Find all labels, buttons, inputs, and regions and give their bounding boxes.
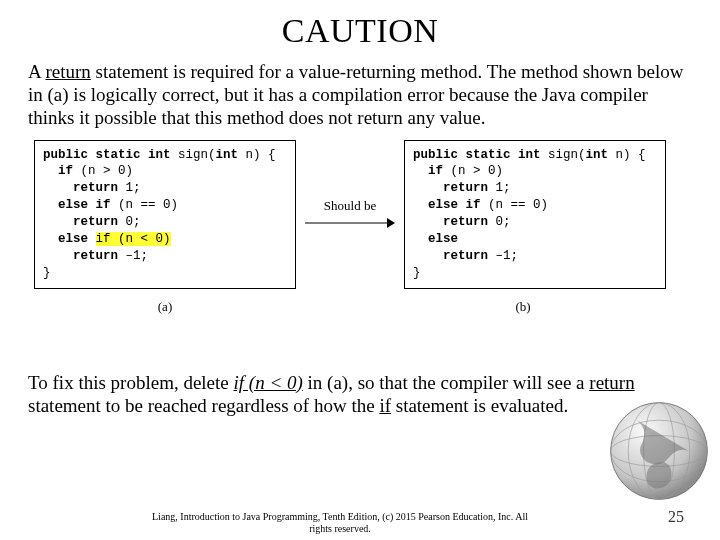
- underline-if: if: [379, 395, 391, 416]
- underline-return-2: return: [589, 372, 634, 393]
- caption-b: (b): [392, 299, 654, 315]
- footer-line-2: rights reserved.: [309, 523, 371, 534]
- text: A: [28, 61, 45, 82]
- text: statement is evaluated.: [391, 395, 568, 416]
- highlight-if-n-lt-0: if (n < 0): [96, 232, 171, 246]
- code-box-b: public static int sign(int n) { if (n > …: [404, 140, 666, 289]
- code-box-a: public static int sign(int n) { if (n > …: [34, 140, 296, 289]
- figure-row: public static int sign(int n) { if (n > …: [28, 140, 692, 289]
- caption-row: (a) (b): [28, 299, 692, 315]
- footer-credit: Liang, Introduction to Java Programming,…: [0, 511, 680, 534]
- text: statement is required for a value-return…: [28, 61, 684, 128]
- footer-line-1: Liang, Introduction to Java Programming,…: [152, 511, 528, 522]
- should-be-label: Should be: [324, 198, 376, 214]
- underline-italic-condition: if (n < 0): [234, 372, 303, 393]
- caption-a: (a): [34, 299, 296, 315]
- underline-return: return: [45, 61, 90, 82]
- globe-icon: [604, 396, 714, 506]
- intro-paragraph: A return statement is required for a val…: [28, 60, 692, 130]
- arrow-right-icon: [305, 216, 395, 230]
- slide: CAUTION A return statement is required f…: [0, 0, 720, 540]
- text: To fix this problem, delete: [28, 372, 234, 393]
- text: in (a), so that the compiler will see a: [303, 372, 590, 393]
- text: statement to be reached regardless of ho…: [28, 395, 379, 416]
- svg-marker-1: [387, 218, 395, 228]
- slide-title: CAUTION: [28, 12, 692, 50]
- fix-paragraph: To fix this problem, delete if (n < 0) i…: [28, 371, 692, 417]
- between-column: Should be: [302, 198, 398, 230]
- page-number: 25: [668, 508, 684, 526]
